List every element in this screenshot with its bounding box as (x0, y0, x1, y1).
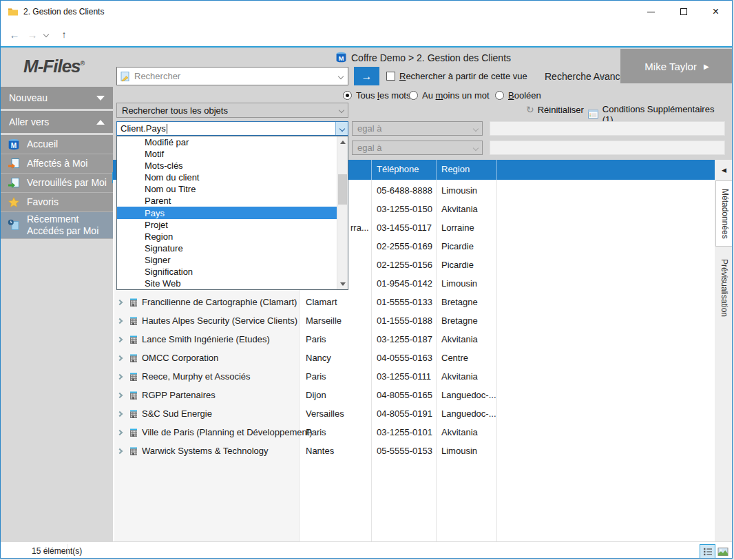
column-divider[interactable] (436, 160, 437, 180)
column-divider[interactable] (496, 160, 497, 180)
table-row[interactable]: Hautes Alpes Security (Service Clients) … (113, 311, 715, 330)
forward-button[interactable]: → (24, 27, 41, 42)
cell-client-name: Francilienne de Cartographie (Clamart) (142, 293, 297, 311)
reset-button[interactable]: ↻ Réinitialiser (526, 104, 584, 115)
recent-locations-button[interactable] (41, 27, 52, 42)
scrollbar-thumb[interactable] (338, 174, 347, 205)
radio-any-word[interactable]: Au moins un mot (409, 90, 490, 101)
condition-value-input[interactable] (490, 121, 725, 136)
search-from-view-label[interactable]: Rechercher à partir de cette vue (399, 71, 527, 81)
dropdown-item[interactable]: Region (117, 231, 337, 242)
user-name: Mike Taylor (644, 61, 697, 72)
tab-previsualisation[interactable]: Prévisualisation (716, 249, 733, 326)
app-window: 2. Gestion des Clients × ← → ↑ Ce PC › M… (0, 0, 733, 559)
column-header-telephone[interactable]: Téléphone (377, 164, 419, 174)
close-button[interactable]: × (700, 1, 732, 23)
thumbnail-view-button[interactable] (715, 544, 731, 559)
expand-chevron-icon[interactable] (118, 386, 122, 404)
scroll-up-button[interactable] (337, 136, 348, 147)
table-row[interactable]: Ville de Paris (Planning et Développemen… (113, 423, 715, 442)
cell-client-name: Reece, Murphy et Associés (142, 367, 251, 386)
scroll-down-button[interactable] (337, 278, 348, 289)
property-combobox[interactable]: Client.Pays (116, 121, 348, 136)
table-row[interactable]: OMCC Corporation Nancy 04-0555-0163 Cent… (113, 349, 715, 367)
radio-all-words[interactable]: Tous les mots (343, 90, 410, 101)
dropdown-item[interactable]: Nom ou Titre (117, 183, 337, 195)
dropdown-item[interactable]: Signature (117, 242, 337, 254)
minimize-button[interactable] (635, 1, 667, 23)
search-from-view-checkbox[interactable] (386, 72, 395, 81)
cell-client-name: Warwick Systems & Technology (142, 442, 269, 460)
column-divider[interactable] (371, 160, 372, 180)
operator-combobox[interactable]: egal à (352, 141, 483, 155)
user-menu[interactable]: Mike Taylor ▶ (620, 49, 733, 83)
dropdown-item[interactable]: Pays (117, 207, 337, 218)
column-header-region[interactable]: Region (441, 164, 470, 174)
operator-combobox[interactable]: egal à (352, 121, 483, 136)
expand-chevron-icon[interactable] (118, 349, 122, 367)
sidebar-section-aller-vers[interactable]: Aller vers (1, 111, 113, 133)
expand-chevron-icon[interactable] (118, 404, 122, 423)
dropdown-scrollbar[interactable] (337, 136, 348, 289)
dropdown-item[interactable]: Motif (117, 148, 337, 160)
cell-phone: 03-1255-0101 (377, 423, 432, 442)
expand-chevron-icon[interactable] (118, 423, 122, 442)
dropdown-item[interactable]: Mots-clés (117, 160, 337, 172)
table-row[interactable]: RGPP Partenaires Dijon 04-8055-0165 Lang… (113, 386, 715, 404)
dropdown-item[interactable]: Nom du client (117, 172, 337, 183)
chevron-down-icon (340, 282, 346, 286)
sidebar-section-nouveau[interactable]: Nouveau (1, 87, 113, 109)
dropdown-item[interactable]: Site Web (117, 278, 337, 289)
condition-value-input[interactable] (490, 141, 725, 155)
section-label: Nouveau (9, 92, 96, 103)
search-history-button[interactable] (334, 68, 348, 85)
property-dropdown-button[interactable] (335, 122, 348, 135)
building-icon (128, 404, 139, 423)
dropdown-item[interactable]: Signer (117, 254, 337, 266)
right-tab-strip: ◀ Métadonnées Prévisualisation (715, 160, 733, 541)
table-row[interactable]: Lance Smith Ingénierie (Etudes) Paris 03… (113, 330, 715, 349)
sidebar-item-affectes-a-moi[interactable]: Affectés à Moi (1, 154, 113, 174)
details-view-button[interactable] (700, 544, 715, 559)
search-go-button[interactable]: → (354, 67, 379, 85)
dropdown-item[interactable]: Signification (117, 266, 337, 278)
dropdown-item[interactable]: Parent (117, 195, 337, 207)
advanced-search-link[interactable]: Recherche Avancée (545, 71, 631, 82)
sidebar-item-accueil[interactable]: M Accueil (1, 135, 113, 154)
task-pane: Nouveau Aller vers M Accueil Affectés à … (1, 87, 113, 541)
cell-region: Limousin (441, 274, 477, 293)
expand-chevron-icon[interactable] (118, 330, 122, 349)
vault-breadcrumb[interactable]: M Coffre Demo > 2. Gestion des Clients (335, 52, 511, 63)
expand-chevron-icon[interactable] (118, 367, 122, 386)
expand-chevron-icon[interactable] (118, 442, 122, 460)
mfiles-search-input[interactable]: Rechercher (116, 67, 348, 85)
cell-region: Bretagne (441, 293, 478, 311)
up-button[interactable]: ↑ (56, 27, 72, 42)
mfiles-header: M-Files® M Coffre Demo > 2. Gestion des … (1, 46, 732, 87)
cell-city: Versailles (306, 404, 344, 423)
advanced-search-collapse-icon[interactable]: ▲ (599, 74, 605, 81)
sidebar-item-verrouilles-par-moi[interactable]: Verrouillés par Moi (1, 174, 113, 193)
back-button[interactable]: ← (6, 27, 23, 42)
cell-phone: 02-1255-0156 (377, 256, 432, 274)
expand-chevron-icon[interactable] (118, 311, 122, 330)
radio-boolean[interactable]: Booléen (495, 90, 541, 101)
table-row[interactable]: S&C Sud Energie Versailles 04-8055-0191 … (113, 404, 715, 423)
cell-region: Akvitania (441, 200, 478, 218)
expand-panel-button[interactable]: ◀ (715, 164, 733, 176)
table-row[interactable]: Warwick Systems & Technology Nantes 05-5… (113, 442, 715, 460)
dropdown-item[interactable]: Projet (117, 219, 337, 231)
tab-metadonnees[interactable]: Métadonnées (715, 180, 733, 247)
operator-value: egal à (353, 143, 470, 153)
text-cursor (167, 124, 167, 134)
object-type-combobox[interactable]: Rechercher tous les objets (116, 103, 348, 118)
dropdown-item[interactable]: Modifié par (117, 136, 337, 148)
sidebar-item-favoris[interactable]: Favoris (1, 193, 113, 212)
maximize-button[interactable] (667, 1, 700, 23)
table-row[interactable]: Reece, Murphy et Associés Paris 03-1255-… (113, 367, 715, 386)
radio-icon (409, 91, 418, 100)
chevron-down-icon (43, 32, 49, 37)
table-row[interactable]: Francilienne de Cartographie (Clamart) C… (113, 293, 715, 311)
sidebar-item-recemment-accedes[interactable]: Récemment Accédés par Moi (1, 212, 113, 239)
expand-chevron-icon[interactable] (118, 293, 122, 311)
